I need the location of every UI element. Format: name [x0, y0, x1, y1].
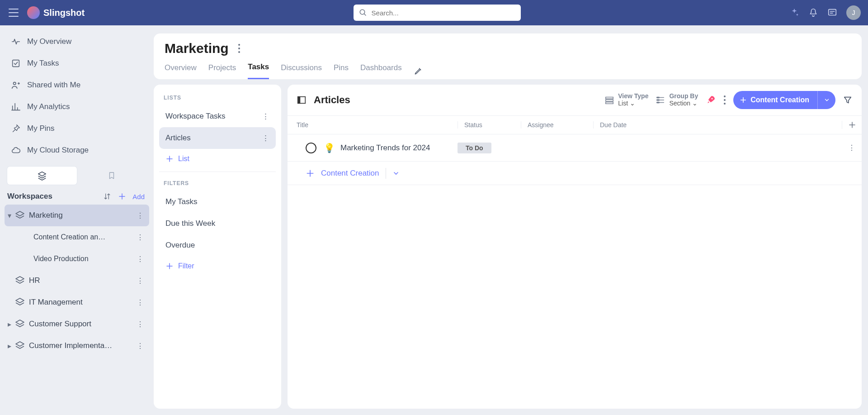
nav-label: My Cloud Storage — [27, 146, 89, 155]
tab-discussions[interactable]: Discussions — [281, 63, 322, 79]
layers-icon — [37, 171, 47, 181]
workspace-label: IT Management — [29, 298, 137, 307]
more-icon[interactable] — [723, 95, 726, 105]
caret-right-icon[interactable]: ▸ — [6, 320, 13, 329]
complete-toggle[interactable] — [306, 143, 316, 153]
sparkle-icon[interactable] — [789, 8, 799, 18]
brand-logo[interactable]: Slingshot — [27, 6, 85, 19]
nav-pins[interactable]: My Pins — [5, 118, 149, 139]
people-icon — [11, 80, 21, 90]
search-input[interactable] — [372, 9, 515, 17]
tab-stacks-icon[interactable] — [7, 167, 77, 185]
chevron-down-icon: ⌄ — [692, 100, 698, 107]
filter-due-this-week[interactable]: Due this Week — [159, 213, 276, 234]
nav-my-tasks[interactable]: My Tasks — [5, 52, 149, 74]
svg-point-15 — [724, 103, 726, 105]
more-icon[interactable]: ⋮ — [262, 134, 269, 143]
filter-label: Overdue — [165, 241, 195, 250]
menu-icon[interactable] — [7, 6, 20, 19]
row-more-icon[interactable]: ⋮ — [842, 143, 862, 152]
list-articles[interactable]: Articles ⋮ — [159, 127, 276, 149]
filter-my-tasks[interactable]: My Tasks — [159, 191, 276, 213]
cloud-icon — [11, 145, 21, 155]
tab-dashboards[interactable]: Dashboards — [360, 63, 402, 79]
filter-overdue[interactable]: Overdue — [159, 234, 276, 256]
add-workspace-link[interactable]: Add — [132, 193, 145, 200]
col-assignee: Assignee — [521, 121, 593, 129]
more-icon[interactable]: ⋮ — [137, 320, 146, 329]
workspace-hr[interactable]: HR ⋮ — [5, 270, 149, 291]
workspace-marketing[interactable]: ▾ Marketing ⋮ — [5, 205, 149, 226]
more-icon[interactable]: ⋮ — [137, 342, 146, 350]
main-area: Marketing Overview Projects Tasks Discus… — [154, 25, 868, 415]
add-filter-label: Filter — [178, 262, 194, 270]
rocket-icon[interactable] — [705, 95, 716, 105]
nav-my-overview[interactable]: My Overview — [5, 31, 149, 52]
svg-point-4 — [238, 44, 240, 46]
pencil-icon[interactable] — [414, 67, 423, 76]
status-cell[interactable]: To Do — [458, 143, 521, 153]
svg-rect-1 — [829, 10, 836, 15]
add-column-button[interactable] — [842, 121, 862, 129]
more-icon[interactable]: ⋮ — [137, 277, 146, 285]
create-button[interactable]: Content Creation — [733, 91, 817, 109]
workspace-child-content-creation[interactable]: Content Creation an… ⋮ — [5, 226, 149, 248]
plus-icon — [306, 169, 315, 178]
more-icon[interactable]: ⋮ — [137, 255, 146, 263]
add-list-button[interactable]: List — [159, 149, 276, 169]
plus-icon[interactable] — [118, 192, 126, 200]
more-icon[interactable]: ⋮ — [137, 298, 146, 307]
tab-pins[interactable]: Pins — [334, 63, 349, 79]
add-task-label: Content Creation — [321, 169, 379, 178]
filter-icon[interactable] — [843, 95, 853, 105]
nav-cloud[interactable]: My Cloud Storage — [5, 139, 149, 161]
sidebar: My Overview My Tasks Shared with Me My A… — [0, 25, 154, 415]
tasks-panel: Articles View Type List ⌄ Group By — [288, 85, 862, 409]
tab-tasks[interactable]: Tasks — [248, 62, 269, 79]
add-list-label: List — [178, 155, 189, 163]
more-icon[interactable] — [238, 43, 241, 53]
workspace-it[interactable]: IT Management ⋮ — [5, 291, 149, 313]
tab-projects[interactable]: Projects — [208, 63, 236, 79]
nav-analytics[interactable]: My Analytics — [5, 96, 149, 118]
sidebar-mini-tabs — [7, 167, 146, 185]
tab-overview[interactable]: Overview — [165, 63, 197, 79]
create-dropdown[interactable] — [817, 91, 835, 109]
workspaces-label: Workspaces — [7, 192, 52, 201]
workspace-customer-impl[interactable]: ▸ Customer Implementa… ⋮ — [5, 335, 149, 357]
workspace-child-video-production[interactable]: Video Production ⋮ — [5, 248, 149, 270]
more-icon[interactable]: ⋮ — [137, 211, 146, 220]
brand-name: Slingshot — [43, 8, 85, 18]
bell-icon[interactable] — [808, 8, 818, 18]
search-input-wrap[interactable] — [354, 5, 521, 21]
group-by-control[interactable]: Group By Section ⌄ — [656, 93, 698, 107]
task-row[interactable]: 💡 Marketing Trends for 2024 To Do ⋮ — [288, 134, 862, 162]
workspace-label: Marketing — [29, 211, 137, 220]
plus-icon — [165, 155, 174, 163]
task-columns-header: Title Status Assignee Due Date — [288, 115, 862, 134]
workspace-customer-support[interactable]: ▸ Customer Support ⋮ — [5, 313, 149, 335]
add-filter-button[interactable]: Filter — [159, 256, 276, 276]
more-icon[interactable]: ⋮ — [262, 112, 269, 121]
workspace-child-label: Video Production — [33, 255, 137, 263]
collapse-panel-icon[interactable] — [297, 95, 307, 105]
add-task-row[interactable]: Content Creation — [288, 162, 862, 185]
chat-icon[interactable] — [827, 8, 837, 18]
col-title: Title — [288, 121, 458, 129]
sort-icon[interactable] — [103, 192, 112, 201]
plus-icon — [165, 262, 174, 270]
more-icon[interactable]: ⋮ — [137, 233, 146, 242]
svg-rect-10 — [606, 100, 613, 101]
layers-icon — [14, 210, 25, 221]
group-by-label: Group By — [669, 93, 698, 99]
list-workspace-tasks[interactable]: Workspace Tasks ⋮ — [159, 105, 276, 127]
chevron-down-icon[interactable] — [392, 170, 400, 177]
caret-right-icon[interactable]: ▸ — [6, 342, 13, 350]
nav-shared[interactable]: Shared with Me — [5, 74, 149, 96]
tab-bookmark-icon[interactable] — [77, 167, 146, 185]
user-avatar[interactable]: J — [846, 5, 861, 20]
filters-header: FILTERS — [159, 178, 276, 191]
view-type-control[interactable]: View Type List ⌄ — [604, 93, 648, 107]
col-due: Due Date — [593, 121, 670, 129]
caret-down-icon[interactable]: ▾ — [6, 211, 13, 220]
